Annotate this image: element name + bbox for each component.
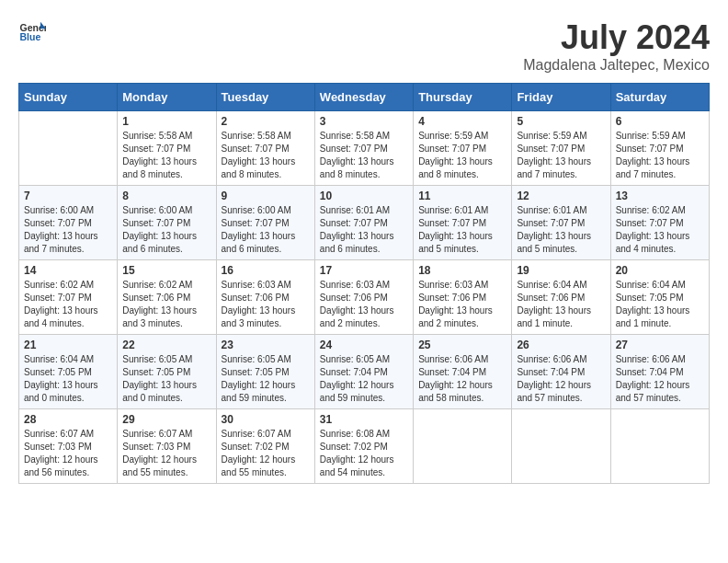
- calendar-cell: 20Sunrise: 6:04 AMSunset: 7:05 PMDayligh…: [610, 260, 709, 335]
- day-info: Sunrise: 6:03 AMSunset: 7:06 PMDaylight:…: [418, 279, 506, 330]
- weekday-header-wednesday: Wednesday: [314, 84, 413, 111]
- day-info: Sunrise: 6:00 AMSunset: 7:07 PMDaylight:…: [24, 204, 112, 256]
- calendar-cell: 29Sunrise: 6:07 AMSunset: 7:03 PMDayligh…: [118, 409, 216, 484]
- day-info: Sunrise: 6:01 AMSunset: 7:07 PMDaylight:…: [418, 204, 506, 256]
- day-number: 10: [320, 190, 408, 202]
- weekday-header-monday: Monday: [118, 84, 216, 111]
- day-info: Sunrise: 6:02 AMSunset: 7:07 PMDaylight:…: [616, 204, 704, 256]
- calendar-cell: 19Sunrise: 6:04 AMSunset: 7:06 PMDayligh…: [512, 260, 610, 335]
- calendar-cell: 3Sunrise: 5:58 AMSunset: 7:07 PMDaylight…: [314, 111, 413, 186]
- calendar-cell: 9Sunrise: 6:00 AMSunset: 7:07 PMDaylight…: [216, 186, 314, 260]
- day-info: Sunrise: 5:58 AMSunset: 7:07 PMDaylight:…: [320, 130, 408, 181]
- calendar-cell: 5Sunrise: 5:59 AMSunset: 7:07 PMDaylight…: [512, 111, 610, 186]
- calendar-cell: 16Sunrise: 6:03 AMSunset: 7:06 PMDayligh…: [216, 260, 314, 335]
- day-number: 2: [222, 115, 310, 128]
- day-info: Sunrise: 6:04 AMSunset: 7:05 PMDaylight:…: [24, 353, 112, 405]
- calendar-week-row: 21Sunrise: 6:04 AMSunset: 7:05 PMDayligh…: [19, 335, 710, 409]
- day-info: Sunrise: 6:08 AMSunset: 7:02 PMDaylight:…: [320, 428, 408, 479]
- day-info: Sunrise: 6:02 AMSunset: 7:07 PMDaylight:…: [24, 279, 112, 330]
- calendar-cell: 22Sunrise: 6:05 AMSunset: 7:05 PMDayligh…: [118, 335, 216, 409]
- day-number: 29: [122, 413, 210, 426]
- calendar-cell: 10Sunrise: 6:01 AMSunset: 7:07 PMDayligh…: [314, 186, 413, 260]
- day-info: Sunrise: 6:04 AMSunset: 7:06 PMDaylight:…: [517, 279, 605, 330]
- day-number: 3: [320, 115, 408, 128]
- calendar-cell: 2Sunrise: 5:58 AMSunset: 7:07 PMDaylight…: [216, 111, 314, 186]
- day-number: 21: [24, 339, 112, 351]
- calendar-cell: 1Sunrise: 5:58 AMSunset: 7:07 PMDaylight…: [118, 111, 216, 186]
- day-number: 24: [320, 339, 408, 351]
- weekday-header-saturday: Saturday: [610, 84, 709, 111]
- day-number: 18: [418, 264, 506, 277]
- day-info: Sunrise: 6:07 AMSunset: 7:03 PMDaylight:…: [122, 428, 210, 479]
- day-info: Sunrise: 6:07 AMSunset: 7:02 PMDaylight:…: [222, 428, 310, 479]
- calendar-cell: 23Sunrise: 6:05 AMSunset: 7:05 PMDayligh…: [216, 335, 314, 409]
- logo: General Blue: [18, 18, 46, 46]
- day-number: 16: [222, 264, 310, 277]
- day-number: 27: [616, 339, 704, 351]
- calendar-cell: 28Sunrise: 6:07 AMSunset: 7:03 PMDayligh…: [19, 409, 118, 484]
- calendar-cell: 14Sunrise: 6:02 AMSunset: 7:07 PMDayligh…: [19, 260, 118, 335]
- day-number: 25: [418, 339, 506, 351]
- calendar-cell: 21Sunrise: 6:04 AMSunset: 7:05 PMDayligh…: [19, 335, 118, 409]
- day-info: Sunrise: 6:00 AMSunset: 7:07 PMDaylight:…: [222, 204, 310, 256]
- day-info: Sunrise: 6:02 AMSunset: 7:06 PMDaylight:…: [122, 279, 210, 330]
- day-info: Sunrise: 6:07 AMSunset: 7:03 PMDaylight:…: [24, 428, 112, 479]
- day-info: Sunrise: 6:05 AMSunset: 7:05 PMDaylight:…: [122, 353, 210, 405]
- day-info: Sunrise: 6:00 AMSunset: 7:07 PMDaylight:…: [122, 204, 210, 256]
- calendar-cell: 15Sunrise: 6:02 AMSunset: 7:06 PMDayligh…: [118, 260, 216, 335]
- day-info: Sunrise: 5:58 AMSunset: 7:07 PMDaylight:…: [222, 130, 310, 181]
- calendar-cell: 7Sunrise: 6:00 AMSunset: 7:07 PMDaylight…: [19, 186, 118, 260]
- calendar-cell: 17Sunrise: 6:03 AMSunset: 7:06 PMDayligh…: [314, 260, 413, 335]
- logo-icon: General Blue: [18, 18, 46, 46]
- calendar-cell: [610, 409, 709, 484]
- weekday-header-sunday: Sunday: [19, 84, 118, 111]
- calendar-table: SundayMondayTuesdayWednesdayThursdayFrid…: [18, 83, 710, 484]
- location-subtitle: Magdalena Jaltepec, Mexico: [523, 57, 710, 74]
- weekday-header-thursday: Thursday: [414, 84, 512, 111]
- title-area: July 2024 Magdalena Jaltepec, Mexico: [523, 18, 710, 74]
- day-info: Sunrise: 6:04 AMSunset: 7:05 PMDaylight:…: [616, 279, 704, 330]
- day-number: 17: [320, 264, 408, 277]
- day-info: Sunrise: 6:01 AMSunset: 7:07 PMDaylight:…: [320, 204, 408, 256]
- day-number: 15: [122, 264, 210, 277]
- calendar-cell: 31Sunrise: 6:08 AMSunset: 7:02 PMDayligh…: [314, 409, 413, 484]
- calendar-cell: 13Sunrise: 6:02 AMSunset: 7:07 PMDayligh…: [610, 186, 709, 260]
- calendar-cell: 25Sunrise: 6:06 AMSunset: 7:04 PMDayligh…: [414, 335, 512, 409]
- day-number: 5: [517, 115, 605, 128]
- day-info: Sunrise: 6:03 AMSunset: 7:06 PMDaylight:…: [320, 279, 408, 330]
- day-number: 9: [222, 190, 310, 202]
- day-number: 28: [24, 413, 112, 426]
- day-number: 7: [24, 190, 112, 202]
- day-number: 13: [616, 190, 704, 202]
- calendar-cell: 4Sunrise: 5:59 AMSunset: 7:07 PMDaylight…: [414, 111, 512, 186]
- day-info: Sunrise: 6:06 AMSunset: 7:04 PMDaylight:…: [418, 353, 506, 405]
- day-number: 1: [122, 115, 210, 128]
- day-number: 22: [122, 339, 210, 351]
- weekday-header-row: SundayMondayTuesdayWednesdayThursdayFrid…: [19, 84, 710, 111]
- day-info: Sunrise: 5:58 AMSunset: 7:07 PMDaylight:…: [122, 130, 210, 181]
- day-number: 26: [517, 339, 605, 351]
- calendar-week-row: 1Sunrise: 5:58 AMSunset: 7:07 PMDaylight…: [19, 111, 710, 186]
- weekday-header-tuesday: Tuesday: [216, 84, 314, 111]
- calendar-cell: 18Sunrise: 6:03 AMSunset: 7:06 PMDayligh…: [414, 260, 512, 335]
- day-number: 8: [122, 190, 210, 202]
- calendar-cell: 27Sunrise: 6:06 AMSunset: 7:04 PMDayligh…: [610, 335, 709, 409]
- weekday-header-friday: Friday: [512, 84, 610, 111]
- calendar-cell: [414, 409, 512, 484]
- day-number: 11: [418, 190, 506, 202]
- day-info: Sunrise: 5:59 AMSunset: 7:07 PMDaylight:…: [517, 130, 605, 181]
- day-number: 20: [616, 264, 704, 277]
- day-info: Sunrise: 6:06 AMSunset: 7:04 PMDaylight:…: [517, 353, 605, 405]
- day-number: 31: [320, 413, 408, 426]
- day-number: 19: [517, 264, 605, 277]
- calendar-cell: 6Sunrise: 5:59 AMSunset: 7:07 PMDaylight…: [610, 111, 709, 186]
- svg-text:Blue: Blue: [20, 31, 41, 42]
- day-number: 4: [418, 115, 506, 128]
- day-info: Sunrise: 5:59 AMSunset: 7:07 PMDaylight:…: [418, 130, 506, 181]
- calendar-cell: 12Sunrise: 6:01 AMSunset: 7:07 PMDayligh…: [512, 186, 610, 260]
- day-info: Sunrise: 6:05 AMSunset: 7:05 PMDaylight:…: [222, 353, 310, 405]
- calendar-cell: 24Sunrise: 6:05 AMSunset: 7:04 PMDayligh…: [314, 335, 413, 409]
- month-year-title: July 2024: [523, 18, 710, 57]
- day-info: Sunrise: 6:05 AMSunset: 7:04 PMDaylight:…: [320, 353, 408, 405]
- day-number: 23: [222, 339, 310, 351]
